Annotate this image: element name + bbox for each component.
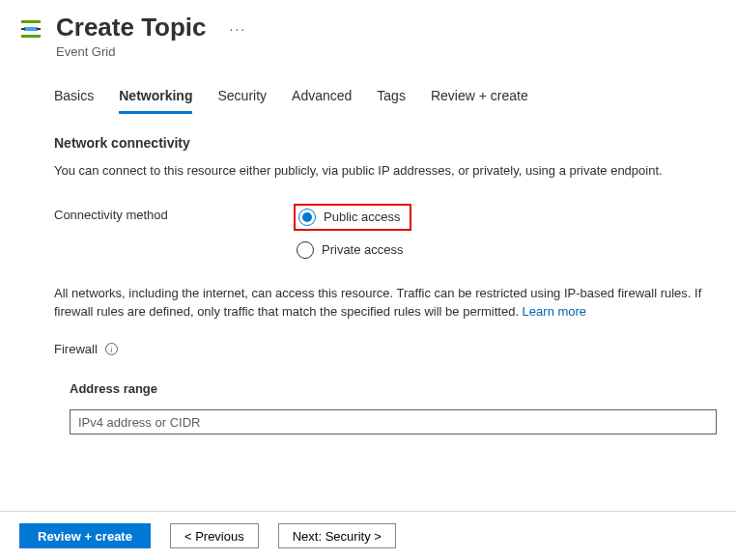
tab-basics[interactable]: Basics [54, 88, 94, 114]
firewall-heading: Firewall i [54, 342, 717, 356]
footer-actions: Review + create < Previous Next: Securit… [0, 511, 736, 560]
tab-security[interactable]: Security [217, 88, 267, 114]
access-info-text: All networks, including the internet, ca… [54, 285, 717, 322]
radio-label-public: Public access [324, 210, 400, 224]
radio-icon [298, 209, 316, 226]
address-range-label: Address range [70, 381, 717, 396]
radio-icon [297, 241, 314, 259]
svg-rect-2 [24, 27, 38, 31]
section-title: Network connectivity [54, 135, 717, 151]
page-header: Create Topic Event Grid ··· [0, 0, 736, 67]
tab-tags[interactable]: Tags [377, 88, 406, 114]
svg-rect-1 [21, 35, 41, 38]
info-icon[interactable]: i [105, 343, 118, 355]
connectivity-row: Connectivity method Public access Privat… [54, 204, 717, 262]
learn-more-link[interactable]: Learn more [523, 304, 586, 319]
svg-rect-3 [21, 28, 25, 30]
tab-review-create[interactable]: Review + create [431, 88, 528, 114]
tab-advanced[interactable]: Advanced [292, 88, 352, 114]
radio-private-access[interactable]: Private access [294, 238, 411, 262]
radio-label-private: Private access [322, 242, 404, 257]
page-subtitle: Event Grid [56, 44, 207, 59]
section-description: You can connect to this resource either … [54, 162, 717, 181]
address-range-section: Address range [54, 381, 717, 434]
radio-public-access[interactable]: Public access [294, 204, 411, 231]
tab-networking[interactable]: Networking [119, 88, 192, 114]
page-title: Create Topic [56, 14, 207, 42]
address-range-input[interactable] [70, 409, 717, 434]
svg-rect-0 [21, 20, 41, 23]
previous-button[interactable]: < Previous [170, 523, 259, 548]
firewall-label: Firewall [54, 342, 98, 356]
svg-rect-4 [37, 28, 41, 30]
connectivity-radio-group: Public access Private access [294, 204, 411, 262]
review-create-button[interactable]: Review + create [19, 523, 151, 548]
connectivity-label: Connectivity method [54, 204, 294, 222]
more-menu[interactable]: ··· [230, 21, 247, 50]
tabs: Basics Networking Security Advanced Tags… [54, 88, 717, 114]
next-button[interactable]: Next: Security > [278, 523, 396, 548]
info-text-body: All networks, including the internet, ca… [54, 286, 701, 319]
event-grid-icon [19, 17, 42, 41]
